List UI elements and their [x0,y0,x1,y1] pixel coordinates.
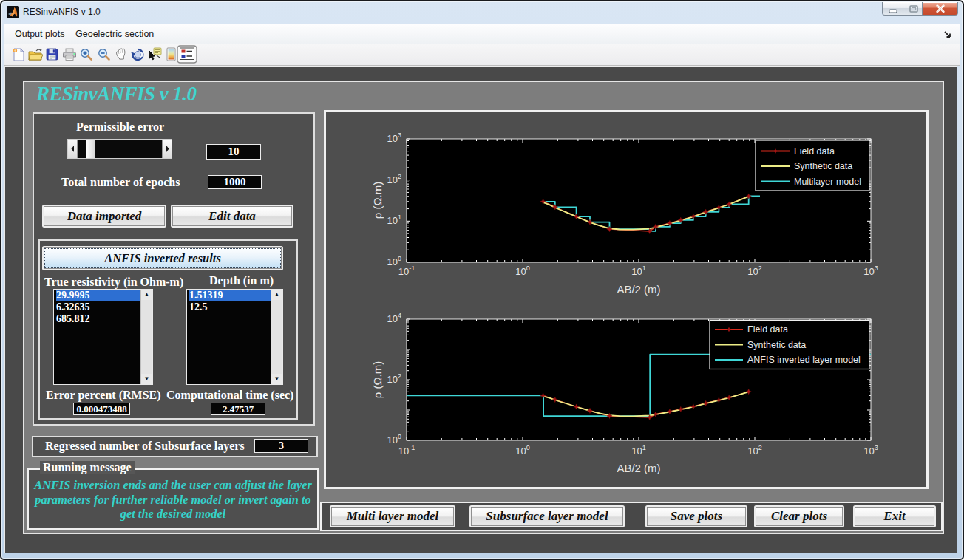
svg-text:100: 100 [387,433,401,445]
svg-text:104: 104 [387,312,401,324]
svg-text:103: 103 [863,444,878,457]
svg-text:Field data: Field data [794,146,835,157]
svg-text:100: 100 [515,264,529,277]
svg-text:ρ (Ω.m): ρ (Ω.m) [371,182,384,219]
svg-text:101: 101 [631,444,645,457]
svg-text:AB/2 (m): AB/2 (m) [617,462,660,474]
svg-text:103: 103 [387,132,401,144]
svg-text:100: 100 [515,444,529,457]
svg-text:102: 102 [387,372,401,385]
svg-text:Field data: Field data [747,324,788,335]
svg-text:102: 102 [747,264,761,277]
svg-text:ANFIS inverted layer model: ANFIS inverted layer model [747,355,861,365]
svg-text:Synthetic data: Synthetic data [794,161,852,171]
svg-text:Multilayer model: Multilayer model [794,177,861,187]
svg-text:102: 102 [747,444,761,457]
svg-text:102: 102 [387,173,401,185]
svg-text:Synthetic data: Synthetic data [747,340,806,350]
svg-text:AB/2 (m): AB/2 (m) [617,283,660,296]
svg-text:101: 101 [387,214,401,226]
svg-text:10-1: 10-1 [398,264,415,277]
svg-text:101: 101 [631,264,645,277]
svg-text:103: 103 [863,264,878,277]
svg-text:10-1: 10-1 [398,444,415,457]
svg-text:ρ (Ω.m): ρ (Ω.m) [371,361,384,399]
